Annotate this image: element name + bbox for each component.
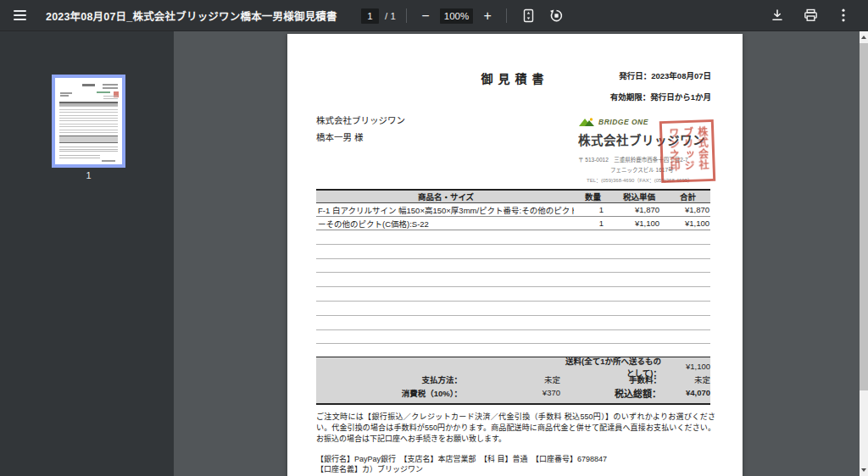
- scroll-down-icon: [861, 468, 866, 472]
- items-table: 商品名・サイズ 数量 税込単価 合計 F-1 白アクリルサイン 幅150×高15…: [316, 189, 710, 358]
- toolbar-actions: [766, 4, 854, 26]
- menu-icon[interactable]: [8, 4, 31, 26]
- page-zoom-controls: 1 / 1 − 100% +: [361, 0, 567, 31]
- fee-label: 手数料：: [560, 374, 661, 385]
- table-empty-row: [316, 230, 710, 245]
- table-empty-row: [316, 302, 710, 316]
- vendor-address-line2: フェニックスビル 1617号: [578, 165, 718, 174]
- pdf-viewer-app: 2023年08月07日_株式会社ブリッジワン橋本一男様御見積書 1 / 1 − …: [0, 0, 868, 476]
- toolbar-divider: [506, 8, 507, 23]
- vendor-tel-fax: TEL：(059)368-4690（FAX：(059)368-4695）: [578, 176, 718, 184]
- scroll-up-button[interactable]: [860, 31, 868, 43]
- page-number-input[interactable]: 1: [361, 8, 379, 24]
- thumbnail-sidebar: 1: [0, 31, 174, 476]
- grand-total-label: 税込総額：: [560, 386, 661, 400]
- scroll-up-icon: [861, 36, 866, 39]
- summary-payment-row: 支払方法： 未定 手数料： 未定: [316, 374, 710, 387]
- page-count-label: / 1: [385, 11, 396, 21]
- table-row: F-1 白アクリルサイン 幅150×高150×厚3mm/ピクト番号:その他のピク…: [316, 203, 710, 217]
- viewer-canvas: 御見積書 発行日：2023年08月07日 有効期限：発行日から1か月 株式会社ブ…: [174, 31, 860, 476]
- payment-notes: ご注文時には【銀行振込／クレジットカード決済／代金引換（手数料 税込550円）】…: [316, 412, 715, 445]
- validity-period: 有効期限：発行日から1か月: [610, 91, 711, 102]
- table-empty-row: [316, 287, 710, 302]
- table-empty-row: [316, 330, 710, 345]
- table-header-row: 商品名・サイズ 数量 税込単価 合計: [316, 189, 710, 203]
- vendor-logo: BRIDGE ONE: [578, 116, 718, 128]
- scroll-down-button[interactable]: [860, 464, 868, 476]
- customer-name: 橋本一男 様: [316, 130, 363, 143]
- table-empty-row: [316, 259, 710, 274]
- table-empty-row: [316, 316, 710, 330]
- page-thumbnail[interactable]: [52, 75, 125, 168]
- fee-value: 未定: [661, 374, 710, 385]
- col-header-product: 商品名・サイズ: [316, 191, 574, 202]
- tax-value: ¥370: [462, 388, 560, 397]
- fit-page-icon[interactable]: [517, 5, 539, 27]
- zoom-level-input[interactable]: 100%: [440, 8, 473, 24]
- zoom-in-button[interactable]: +: [479, 5, 496, 27]
- rotate-icon[interactable]: [545, 5, 567, 27]
- bank-line: 【銀行名】PayPay銀行 【支店名】本店営業部 【科 目】普通 【口座番号】6…: [316, 454, 715, 464]
- col-header-total: 合計: [666, 191, 710, 202]
- summary-total-row: 消費税（10%）： ¥370 税込総額： ¥4,070: [316, 386, 710, 400]
- toolbar-divider: [406, 8, 407, 23]
- logo-text: BRIDGE ONE: [598, 118, 648, 126]
- customer-company: 株式会社ブリッジワン: [316, 113, 405, 126]
- summary-shipping-row: 送料(全て1か所へ送るものとして)： ¥1,100: [316, 360, 710, 374]
- shipping-value: ¥1,100: [661, 362, 710, 371]
- payment-method-value: 未定: [462, 374, 560, 385]
- vendor-company-name: 株式会社ブリッジワン: [578, 130, 718, 148]
- grand-total-value: ¥4,070: [661, 388, 710, 397]
- table-row: ーその他のピクト(C価格):S-22 1 ¥1,100 ¥1,100: [316, 217, 710, 230]
- pdf-toolbar: 2023年08月07日_株式会社ブリッジワン橋本一男様御見積書 1 / 1 − …: [0, 0, 868, 31]
- vendor-block: BRIDGE ONE 株式会社ブリッジワン 〒 513-0012 三重県鈴鹿市西…: [578, 116, 718, 184]
- print-icon[interactable]: [799, 4, 821, 26]
- scrollbar-thumb[interactable]: [860, 43, 868, 390]
- more-options-icon[interactable]: [832, 4, 854, 26]
- summary-box: 送料(全て1か所へ送るものとして)： ¥1,100 支払方法： 未定 手数料： …: [316, 357, 710, 405]
- table-empty-row: [316, 273, 710, 287]
- document-title: 2023年08月07日_株式会社ブリッジワン橋本一男様御見積書: [46, 8, 337, 24]
- bank-line: 【口座名義】カ）ブリッジワン: [316, 464, 715, 474]
- tax-label: 消費税（10%）：: [316, 387, 462, 399]
- bank-account-info: 【銀行名】PayPay銀行 【支店名】本店営業部 【科 目】普通 【口座番号】6…: [316, 454, 715, 474]
- col-header-unit-price: 税込単価: [612, 191, 666, 202]
- zoom-out-button[interactable]: −: [417, 5, 434, 27]
- thumbnail-page-number: 1: [52, 170, 125, 180]
- table-empty-row: [316, 245, 710, 259]
- download-icon[interactable]: [766, 4, 788, 26]
- vertical-scrollbar[interactable]: [860, 31, 868, 476]
- col-header-qty: 数量: [574, 191, 612, 202]
- payment-method-label: 支払方法：: [316, 374, 462, 385]
- issue-date: 発行日：2023年08月07日: [619, 69, 711, 81]
- thumbnail-preview: [55, 78, 122, 164]
- pdf-page: 御見積書 発行日：2023年08月07日 有効期限：発行日から1か月 株式会社ブ…: [287, 34, 743, 476]
- vendor-address-line1: 〒 513-0012 三重県鈴鹿市西条十四丁目2-7: [578, 155, 718, 163]
- logo-mountain-icon: [578, 117, 595, 128]
